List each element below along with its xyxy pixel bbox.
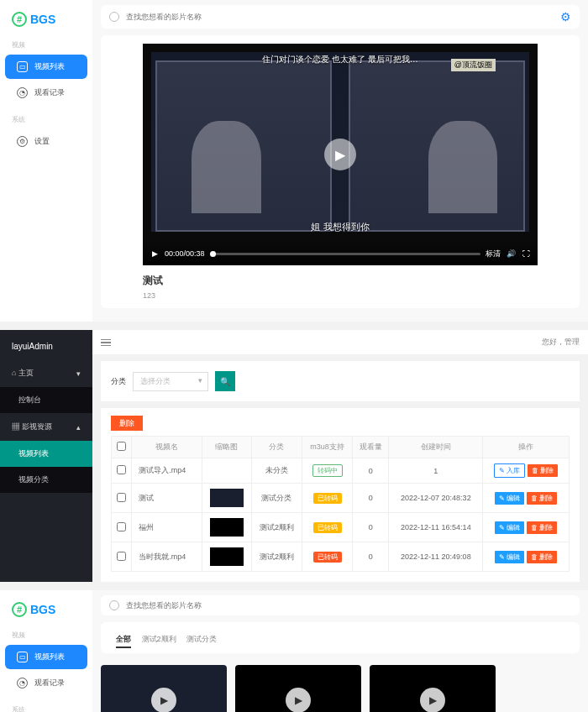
card-thumbnail[interactable]: ▶ 当时我就震惊了 当时我就震惊了 xyxy=(370,665,496,712)
brand-logo[interactable]: # BGS xyxy=(0,597,92,622)
tv-icon: ▭ xyxy=(17,652,28,662)
tab-all[interactable]: 全部 xyxy=(116,635,131,648)
tab-cat1[interactable]: 测试2顺利 xyxy=(142,635,176,643)
nav-video-list[interactable]: ▭ 视频列表 xyxy=(5,645,87,669)
hamburger-icon[interactable] xyxy=(101,339,111,347)
cell-m3u8: 已转码 xyxy=(302,542,353,572)
nav-settings[interactable]: ⚙ 设置 xyxy=(5,129,87,154)
tv-icon: ▭ xyxy=(17,61,28,72)
play-icon: ▶ xyxy=(420,688,445,712)
table-row: 福州 测试2顺利 已转码 0 2022-12-11 16:54:14 ✎ 编辑 … xyxy=(112,513,570,542)
time-display: 00:00/00:38 xyxy=(165,249,205,258)
brand-text: BGS xyxy=(30,603,55,616)
menu-video-cat[interactable]: 视频分类 xyxy=(0,467,92,493)
nav-category-video: 视频 xyxy=(0,622,92,643)
search-icon: 🔍 xyxy=(220,377,230,386)
table-row: 测试 测试分类 已转码 0 2022-12-07 20:48:32 ✎ 编辑 🗑… xyxy=(112,484,570,513)
play-icon: ▶ xyxy=(151,688,176,712)
search-icon xyxy=(109,12,119,22)
video-card[interactable]: ▶ 姐 我想得到你 测试分类 测试 0次观看 xyxy=(101,665,227,712)
nav-video-list[interactable]: ▭ 视频列表 xyxy=(5,55,87,79)
gear-icon: ⚙ xyxy=(17,136,28,147)
cell-ops: ✎ 入库 🗑 删除 xyxy=(483,458,570,484)
row-checkbox[interactable] xyxy=(117,493,126,502)
brand-text: BGS xyxy=(30,13,55,26)
edit-button[interactable]: ✎ 编辑 xyxy=(495,492,524,505)
cell-views: 0 xyxy=(352,513,388,542)
video-desc: 123 xyxy=(143,291,538,300)
cell-views: 0 xyxy=(352,484,388,513)
edit-button[interactable]: ✎ 编辑 xyxy=(495,551,524,563)
video-card[interactable]: ▶ 测试2顺利 福州 0次观看 xyxy=(235,665,361,712)
delete-button[interactable]: 🗑 删除 xyxy=(527,521,557,534)
filter-label: 分类 xyxy=(111,376,126,387)
nav-category-system: 系统 xyxy=(0,107,92,128)
video-title: 测试 xyxy=(143,274,538,288)
cell-ctime: 2022-12-11 16:54:14 xyxy=(389,513,483,542)
delete-button[interactable]: 🗑 删除 xyxy=(528,464,558,477)
cell-ops: ✎ 编辑 🗑 删除 xyxy=(483,513,570,542)
card-thumbnail[interactable]: ▶ 姐 我想得到你 xyxy=(101,665,227,712)
row-checkbox[interactable] xyxy=(117,522,126,531)
play-button-large[interactable]: ▶ xyxy=(324,139,356,170)
checkbox-all[interactable] xyxy=(117,442,126,451)
category-select[interactable]: 选择分类 xyxy=(133,372,208,391)
cell-thumb xyxy=(202,542,251,572)
col-ctime: 创建时间 xyxy=(389,437,483,458)
video-player[interactable]: 住门对门谈个恋爱 也太难了 最后可把我… @顶流饭圈 ▶ 姐 我想得到你 ▶ 0… xyxy=(143,44,538,265)
fullscreen-icon[interactable]: ⛶ xyxy=(521,249,531,258)
settings-icon[interactable]: ⚙ xyxy=(560,10,571,24)
menu-video-list[interactable]: 视频列表 xyxy=(0,441,92,467)
logo-icon: # xyxy=(12,602,27,617)
nav-category-video: 视频 xyxy=(0,32,92,53)
search-input[interactable] xyxy=(126,601,571,610)
cell-views: 0 xyxy=(352,542,388,572)
progress-bar[interactable] xyxy=(210,253,480,255)
volume-icon[interactable]: 🔊 xyxy=(506,249,516,258)
subtitle-bottom: 姐 我想得到你 xyxy=(143,221,538,233)
play-icon[interactable]: ▶ xyxy=(150,249,160,258)
cell-ctime: 1 xyxy=(389,458,483,484)
search-input[interactable] xyxy=(126,13,554,21)
clock-icon: ◔ xyxy=(17,87,28,98)
menu-media[interactable]: ▦ 影视资源 ▴ xyxy=(0,413,92,441)
cell-ctime: 2022-12-11 20:49:08 xyxy=(389,542,483,572)
delete-button[interactable]: 🗑 删除 xyxy=(527,551,557,563)
delete-button[interactable]: 🗑 删除 xyxy=(527,492,557,505)
video-card[interactable]: ▶ 当时我就震惊了 当时我就震惊了 测试2顺利 当时我就.mp4 0次观看 xyxy=(370,665,496,712)
bulk-delete-button[interactable]: 删除 xyxy=(111,416,143,431)
videos-table: 视频名 缩略图 分类 m3u8支持 观看量 创建时间 操作 测试导入.mp4 未… xyxy=(111,436,570,572)
card-thumbnail[interactable]: ▶ xyxy=(235,665,361,712)
chevron-up-icon: ▴ xyxy=(76,423,81,432)
edit-button[interactable]: ✎ 编辑 xyxy=(495,521,524,534)
row-checkbox[interactable] xyxy=(117,552,126,561)
home-icon: ⌂ xyxy=(12,369,18,377)
search-button[interactable]: 🔍 xyxy=(215,371,235,391)
import-button[interactable]: ✎ 入库 xyxy=(494,463,525,478)
cell-ctime: 2022-12-07 20:48:32 xyxy=(389,484,483,513)
admin-brand: layuiAdmin xyxy=(0,333,92,359)
menu-home[interactable]: ⌂ 主页 ▾ xyxy=(0,359,92,387)
cell-thumb xyxy=(202,513,251,542)
tab-cat2[interactable]: 测试分类 xyxy=(186,635,217,643)
cell-cat: 测试分类 xyxy=(251,484,302,513)
nav-category-system: 系统 xyxy=(0,697,92,712)
front-sidebar: # BGS 视频 ▭ 视频列表 ◔ 观看记录 系统 ⚙ 设置 xyxy=(0,590,92,712)
search-bar xyxy=(101,595,580,615)
brand-logo[interactable]: # BGS xyxy=(0,7,92,32)
menu-dashboard[interactable]: 控制台 xyxy=(0,387,92,413)
col-ops: 操作 xyxy=(483,437,570,458)
col-cat: 分类 xyxy=(251,437,302,458)
cell-cat: 测试2顺利 xyxy=(251,513,302,542)
quality-label[interactable]: 标清 xyxy=(486,249,501,259)
player-controls: ▶ 00:00/00:38 标清 🔊 ⛶ xyxy=(143,242,538,265)
cell-cat: 测试2顺利 xyxy=(251,542,302,572)
clock-icon: ◔ xyxy=(17,678,28,688)
media-icon: ▦ xyxy=(12,422,22,431)
cell-thumb xyxy=(202,484,251,513)
nav-watch-history[interactable]: ◔ 观看记录 xyxy=(5,671,87,695)
nav-watch-history[interactable]: ◔ 观看记录 xyxy=(5,81,87,105)
row-checkbox[interactable] xyxy=(117,465,126,474)
admin-topbar: 您好，管理 xyxy=(92,330,588,354)
cell-name: 福州 xyxy=(132,513,202,542)
